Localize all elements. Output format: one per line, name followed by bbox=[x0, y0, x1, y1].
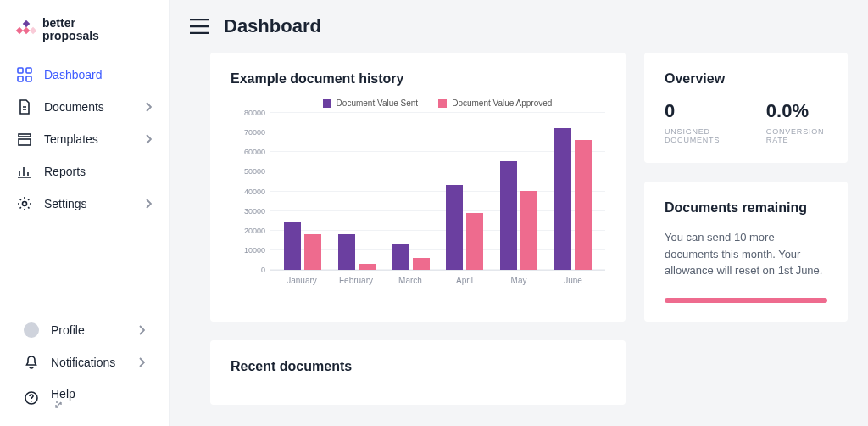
brand-name: better proposals bbox=[42, 17, 99, 43]
sidebar-item-profile[interactable]: Profile bbox=[14, 314, 155, 346]
x-tick-label: January bbox=[279, 276, 325, 285]
remaining-text: You can send 10 more documents this mont… bbox=[665, 229, 827, 279]
legend-item: Document Value Approved bbox=[438, 98, 552, 108]
svg-rect-1 bbox=[16, 27, 23, 34]
sidebar-item-settings[interactable]: Settings bbox=[7, 188, 162, 220]
bar-sent bbox=[338, 234, 355, 270]
sidebar-item-label: Documents bbox=[44, 100, 104, 114]
chevron-right-icon bbox=[138, 325, 145, 335]
svg-rect-9 bbox=[19, 139, 31, 145]
sidebar-item-dashboard[interactable]: Dashboard bbox=[7, 59, 162, 91]
bar-group bbox=[442, 185, 487, 270]
bar-approved bbox=[304, 234, 321, 270]
y-tick-label: 80000 bbox=[244, 109, 270, 117]
x-tick-label: March bbox=[387, 276, 433, 285]
bell-icon bbox=[24, 355, 39, 370]
chart: Document Value SentDocument Value Approv… bbox=[231, 98, 605, 285]
svg-rect-3 bbox=[30, 27, 36, 34]
svg-point-12 bbox=[31, 401, 32, 402]
svg-rect-6 bbox=[18, 76, 23, 81]
chart-card: Example document history Document Value … bbox=[210, 53, 626, 322]
sidebar: better proposals DashboardDocumentsTempl… bbox=[0, 0, 170, 426]
remaining-card: Documents remaining You can send 10 more… bbox=[644, 182, 848, 322]
y-tick-label: 70000 bbox=[244, 128, 270, 137]
bar-approved bbox=[359, 264, 376, 270]
y-tick-label: 30000 bbox=[244, 207, 270, 216]
sidebar-item-label: Profile bbox=[51, 323, 85, 337]
sidebar-item-help[interactable]: Help bbox=[14, 378, 155, 418]
y-tick-label: 0 bbox=[261, 266, 270, 274]
templates-icon bbox=[17, 132, 32, 147]
gridline bbox=[270, 112, 605, 113]
chevron-right-icon bbox=[145, 199, 152, 209]
overview-card: Overview 0 UNSIGNED DOCUMENTS 0.0% CONVE… bbox=[644, 53, 848, 163]
bar-approved bbox=[413, 258, 430, 270]
chart-legend: Document Value SentDocument Value Approv… bbox=[270, 98, 605, 108]
chevron-right-icon bbox=[145, 134, 152, 144]
bar-sent bbox=[392, 244, 409, 270]
bar-sent bbox=[500, 161, 517, 270]
x-tick-label: April bbox=[442, 276, 487, 285]
legend-item: Document Value Sent bbox=[323, 98, 419, 108]
recent-card: Recent documents bbox=[210, 340, 626, 405]
svg-rect-0 bbox=[23, 20, 30, 27]
y-tick-label: 10000 bbox=[244, 246, 270, 255]
stat-value: 0 bbox=[665, 100, 741, 122]
remaining-title: Documents remaining bbox=[665, 200, 827, 216]
sidebar-item-label: Dashboard bbox=[44, 68, 103, 81]
stat-label: CONVERSION RATE bbox=[766, 127, 827, 144]
svg-point-10 bbox=[23, 201, 27, 205]
remaining-progress bbox=[665, 298, 827, 303]
svg-rect-2 bbox=[23, 27, 30, 34]
bar-group bbox=[550, 128, 596, 270]
document-icon bbox=[17, 99, 32, 115]
chevron-right-icon bbox=[145, 102, 152, 112]
y-tick-label: 50000 bbox=[244, 167, 270, 176]
sidebar-item-label: Notifications bbox=[51, 356, 115, 369]
main: Dashboard Example document history Docum… bbox=[170, 0, 868, 426]
sidebar-item-label: Settings bbox=[44, 197, 87, 210]
stat-label: UNSIGNED DOCUMENTS bbox=[665, 127, 741, 144]
page-title: Dashboard bbox=[224, 15, 321, 37]
y-tick-label: 60000 bbox=[244, 148, 270, 156]
recent-title: Recent documents bbox=[231, 359, 605, 374]
brand-logo[interactable]: better proposals bbox=[0, 17, 169, 59]
bar-group bbox=[496, 161, 542, 270]
nav-bottom: ProfileNotificationsHelp bbox=[7, 314, 162, 418]
svg-rect-4 bbox=[18, 68, 23, 73]
gear-icon bbox=[17, 196, 32, 211]
sidebar-item-label: Help bbox=[51, 387, 75, 409]
nav-top: DashboardDocumentsTemplatesReportsSettin… bbox=[0, 59, 169, 220]
y-tick-label: 40000 bbox=[244, 188, 270, 196]
bar-approved bbox=[520, 191, 537, 270]
stat-unsigned: 0 UNSIGNED DOCUMENTS bbox=[665, 100, 741, 144]
stat-conversion: 0.0% CONVERSION RATE bbox=[766, 100, 827, 144]
sidebar-item-templates[interactable]: Templates bbox=[7, 123, 162, 155]
sidebar-item-notifications[interactable]: Notifications bbox=[14, 346, 155, 378]
help-icon bbox=[24, 390, 39, 406]
legend-label: Document Value Sent bbox=[337, 98, 419, 108]
grid-icon bbox=[17, 67, 32, 82]
bar-approved bbox=[466, 213, 483, 270]
legend-swatch bbox=[438, 99, 447, 108]
chevron-right-icon bbox=[138, 357, 145, 367]
avatar-icon bbox=[24, 322, 39, 338]
bar-sent bbox=[284, 222, 301, 270]
sidebar-item-label: Templates bbox=[44, 132, 98, 146]
x-tick-label: June bbox=[550, 276, 596, 285]
svg-rect-5 bbox=[26, 68, 31, 73]
sidebar-item-reports[interactable]: Reports bbox=[7, 155, 162, 188]
bar-group bbox=[388, 244, 434, 270]
legend-label: Document Value Approved bbox=[452, 98, 552, 108]
sidebar-item-label: Reports bbox=[44, 165, 86, 178]
brand-mark-icon bbox=[15, 20, 36, 40]
sidebar-item-documents[interactable]: Documents bbox=[7, 91, 162, 123]
svg-rect-7 bbox=[26, 76, 31, 81]
y-tick-label: 20000 bbox=[244, 227, 270, 235]
hamburger-icon[interactable] bbox=[190, 19, 209, 34]
x-tick-label: February bbox=[333, 276, 379, 285]
topbar: Dashboard bbox=[170, 0, 868, 53]
legend-swatch bbox=[323, 99, 331, 108]
chart-title: Example document history bbox=[231, 71, 605, 87]
svg-rect-8 bbox=[19, 134, 31, 137]
